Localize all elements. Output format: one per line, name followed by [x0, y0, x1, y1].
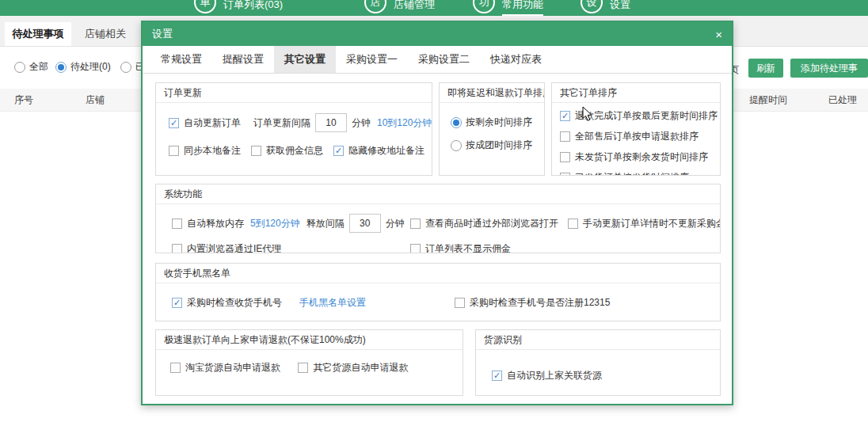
- section-title: 其它订单排序: [552, 83, 720, 103]
- radio-label: 按成团时间排序: [466, 139, 532, 152]
- checkbox-other-auto-refund[interactable]: 其它货源自动申请退款: [298, 361, 408, 374]
- dialog-tabs: 常规设置 提醒设置 其它设置 采购设置一 采购设置二 快递对应表: [143, 46, 732, 74]
- tab-pending-items[interactable]: 待处理事项: [5, 22, 71, 46]
- release-interval-input[interactable]: [349, 214, 381, 233]
- checkbox-label: 淘宝货源自动申请退款: [185, 361, 280, 374]
- radio-icon: [120, 62, 131, 73]
- checkbox-label: 采购时检查收货手机号: [187, 296, 282, 310]
- nav-item-common-functions[interactable]: 功 常用功能: [473, 0, 543, 16]
- checkbox-icon: [172, 298, 182, 308]
- checkbox-icon: [410, 244, 421, 253]
- dialog-header: 设置 ×: [143, 22, 732, 46]
- checkbox-icon: [560, 173, 570, 176]
- checkbox-sync-local-notes[interactable]: 同步本地备注: [169, 144, 241, 158]
- col-serial: 序号: [14, 89, 33, 111]
- tab-purchase-settings-1[interactable]: 采购设置一: [336, 46, 408, 73]
- top-nav: 单 订单列表(03) 店 店铺管理 功 常用功能 设 设置: [0, 0, 868, 16]
- nav-item-settings[interactable]: 设 设置: [581, 0, 630, 16]
- checkbox-unshipped-sort[interactable]: 未发货订单按剩余发货时间排序: [560, 150, 708, 164]
- checkbox-icon: [172, 219, 182, 229]
- checkbox-icon: [172, 244, 182, 253]
- checkbox-label: 内置浏览器通过IE代理: [187, 242, 281, 253]
- section-title: 收货手机黑名单: [156, 264, 720, 283]
- section-title: 极速退款订单向上家申请退款(不保证100%成功): [156, 330, 463, 350]
- checkbox-label: 同步本地备注: [184, 144, 241, 158]
- radio-icon: [451, 140, 462, 151]
- shop-icon: 店: [364, 0, 386, 13]
- blacklist-settings-link[interactable]: 手机黑名单设置: [299, 296, 366, 310]
- checkbox-label: 查看商品时通过外部浏览器打开: [425, 217, 558, 230]
- checkbox-label: 订单列表不显示佣金: [425, 242, 511, 253]
- section-delay-refund-sort: 即将延迟和退款订单排序 按剩余时间排序 按成团时间排序: [439, 82, 545, 176]
- checkbox-check-phone[interactable]: 采购时检查收货手机号: [172, 296, 282, 310]
- checkbox-label: 隐藏修改地址备注: [348, 144, 424, 158]
- radio-sort-by-group-time[interactable]: 按成团时间排序: [451, 139, 544, 152]
- checkbox-auto-update-orders[interactable]: 自动更新订单: [169, 116, 241, 130]
- checkbox-icon: [333, 146, 344, 156]
- interval-label: 订单更新间隔: [253, 116, 310, 130]
- functions-icon: 功: [473, 0, 495, 13]
- nav-label: 订单列表(03): [223, 0, 283, 16]
- col-processed: 已处理: [828, 89, 857, 111]
- checkbox-label: 采购时检查手机号是否注册12315: [470, 296, 610, 310]
- section-title: 系统功能: [156, 184, 720, 204]
- nav-label: 设置: [610, 0, 630, 16]
- checkbox-taobao-auto-refund[interactable]: 淘宝货源自动申请退款: [170, 361, 280, 374]
- checkbox-icon: [455, 298, 465, 308]
- tab-purchase-settings-2[interactable]: 采购设置二: [408, 46, 480, 73]
- radio-label: 按剩余时间排序: [466, 116, 532, 129]
- section-system-functions: 系统功能 自动释放内存 5到120分钟 释放间隔 分钟 查: [155, 184, 721, 253]
- checkbox-icon: [251, 146, 261, 156]
- settings-dialog: 设置 × 常规设置 提醒设置 其它设置 采购设置一 采购设置二 快递对应表 订单…: [141, 21, 733, 405]
- checkbox-icon: [560, 131, 570, 142]
- checkbox-manual-update-no-purchase[interactable]: 手动更新订单详情时不更新采购金额: [568, 217, 721, 230]
- tab-reminder-settings[interactable]: 提醒设置: [212, 46, 274, 73]
- section-phone-blacklist: 收货手机黑名单 采购时检查收货手机号 手机黑名单设置 采购时检查手机号是否注册1…: [155, 263, 721, 321]
- add-pending-item-button[interactable]: 添加待处理事项: [790, 59, 868, 78]
- checkbox-refund-complete-sort[interactable]: 退款完成订单按最后更新时间排序: [560, 109, 718, 123]
- section-title: 即将延迟和退款订单排序: [440, 83, 544, 103]
- filter-pending[interactable]: 待处理(0): [55, 60, 111, 74]
- checkbox-icon: [492, 371, 502, 381]
- radio-icon: [14, 62, 25, 73]
- close-icon[interactable]: ×: [715, 29, 722, 40]
- checkbox-auto-release-memory[interactable]: 自动释放内存: [172, 217, 244, 230]
- checkbox-get-commission[interactable]: 获取佣金信息: [251, 144, 323, 158]
- minutes-label: 分钟: [352, 116, 371, 130]
- release-range-hint: 5到120分钟: [250, 217, 300, 230]
- interval-range-hint: 10到120分钟: [377, 116, 432, 130]
- minutes-label: 分钟: [386, 217, 405, 230]
- tab-express-table[interactable]: 快递对应表: [480, 46, 552, 73]
- checkbox-shipped-sort[interactable]: 已发货订单按发货时间排序: [560, 171, 689, 176]
- tab-other-settings[interactable]: 其它设置: [274, 46, 336, 73]
- checkbox-hide-commission-list[interactable]: 订单列表不显示佣金: [410, 242, 511, 253]
- nav-item-shop-manage[interactable]: 店 店铺管理: [364, 0, 435, 16]
- nav-item-order-list[interactable]: 单 订单列表(03): [194, 0, 283, 16]
- tab-shop-related[interactable]: 店铺相关: [78, 22, 133, 46]
- checkbox-hide-address-note[interactable]: 隐藏修改地址备注: [333, 144, 424, 158]
- section-title: 订单更新: [156, 83, 432, 103]
- filter-all[interactable]: 全部: [14, 60, 48, 74]
- checkbox-check-12315[interactable]: 采购时检查手机号是否注册12315: [455, 296, 610, 310]
- checkbox-label: 自动更新订单: [184, 116, 241, 130]
- tab-general-settings[interactable]: 常规设置: [150, 46, 212, 73]
- section-title: 货源识别: [476, 330, 720, 350]
- update-interval-input[interactable]: [315, 113, 347, 132]
- checkbox-icon: [560, 152, 570, 162]
- radio-sort-by-remaining-time[interactable]: 按剩余时间排序: [451, 116, 544, 129]
- checkbox-external-browser[interactable]: 查看商品时通过外部浏览器打开: [410, 217, 558, 230]
- filter-label: 待处理(0): [70, 60, 111, 74]
- checkbox-aftersale-sort[interactable]: 全部售后订单按申请退款排序: [560, 130, 699, 143]
- settings-icon: 设: [581, 0, 603, 13]
- checkbox-label: 获取佣金信息: [266, 144, 323, 158]
- checkbox-label: 其它货源自动申请退款: [313, 361, 408, 374]
- col-shop: 店铺: [86, 89, 105, 111]
- checkbox-icon: [169, 146, 179, 156]
- checkbox-ie-proxy[interactable]: 内置浏览器通过IE代理: [172, 242, 281, 253]
- checkbox-auto-detect-source[interactable]: 自动识别上家关联货源: [492, 369, 602, 382]
- checkbox-label: 未发货订单按剩余发货时间排序: [575, 150, 708, 164]
- filter-label: 全部: [29, 60, 48, 74]
- checkbox-label: 自动释放内存: [187, 217, 244, 230]
- refresh-button[interactable]: 刷新: [748, 59, 783, 78]
- release-interval-label: 释放间隔: [306, 217, 345, 230]
